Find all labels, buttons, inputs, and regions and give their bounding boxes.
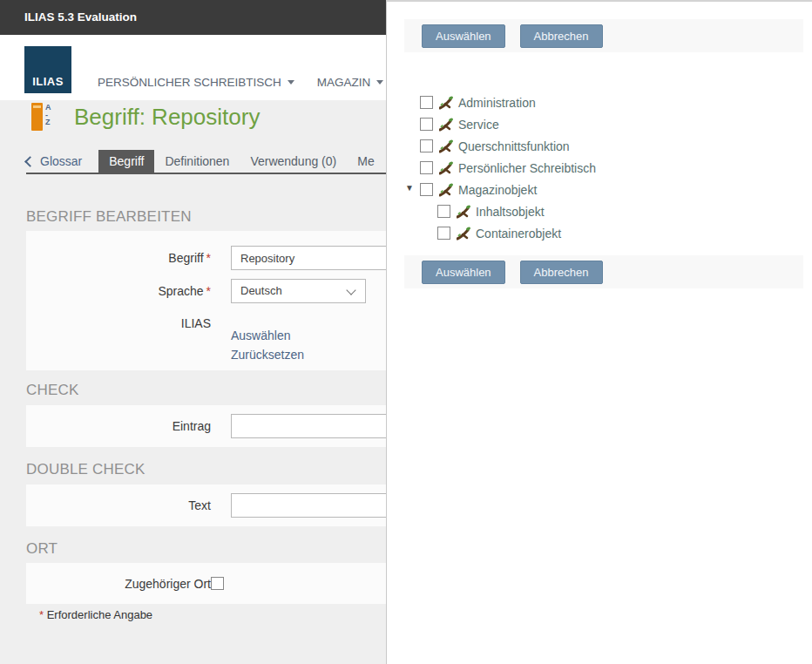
inhaltsobjekt-checkbox[interactable] [437, 205, 450, 218]
nav-personal-desktop[interactable]: PERSÖNLICHER SCHREIBTISCH [98, 76, 294, 89]
text-label: Text [26, 498, 211, 512]
repository-picker-overlay: Auswählen Abbrechen Administration Servi… [386, 0, 812, 664]
sprache-selected-value: Deutsch [240, 284, 282, 297]
tab-metadaten[interactable]: Me [347, 150, 384, 173]
tab-verwendung[interactable]: Verwendung (0) [240, 150, 347, 173]
taxonomy-branch-icon [457, 227, 470, 241]
back-link-label: Glossar [40, 154, 82, 168]
tree-row-administration: Administration [404, 91, 788, 113]
section-title-begriff-bearbeiten: BEGRIFF BEARBEITEN [26, 208, 192, 226]
taxonomy-branch-icon [439, 139, 453, 153]
taxonomy-branch-icon [439, 96, 453, 110]
tree-row-service: Service [404, 113, 788, 135]
zuruecksetzen-link[interactable]: Zurücksetzen [231, 348, 304, 362]
begriff-input[interactable] [231, 246, 406, 270]
chevron-down-icon [346, 285, 355, 295]
overlay-toolbar-bottom: Auswählen Abbrechen [404, 255, 803, 288]
chevron-left-icon [24, 156, 36, 167]
az-icon-text: A - Z [45, 104, 51, 126]
tree-row-persoenlicher-schreibtisch: Persönlicher Schreibtisch [404, 157, 788, 179]
page-title: Begriff: Repository [74, 104, 260, 131]
chevron-down-icon [376, 80, 383, 85]
repository-tree: Administration Service Querschnittsfunkt… [404, 91, 788, 244]
required-marker: * [39, 608, 44, 621]
eintrag-input[interactable] [231, 414, 406, 438]
ilias-logo[interactable]: ILIAS [24, 46, 71, 93]
tree-row-querschnittsfunktion: Querschnittsfunktion [404, 135, 788, 157]
tree-node-label[interactable]: Administration [458, 96, 536, 110]
tab-begriff[interactable]: Begriff [98, 150, 154, 173]
section-title-double-check: DOUBLE CHECK [26, 461, 145, 478]
tree-row-containerobjekt: Containerobjekt [404, 222, 788, 244]
auswaehlen-link[interactable]: Auswählen [231, 329, 304, 342]
nav-magazin[interactable]: MAGAZIN [317, 76, 384, 89]
tree-row-inhaltsobjekt: Inhaltsobjekt [404, 200, 788, 222]
zugehoeriger-ort-checkbox[interactable] [211, 577, 224, 590]
tree-node-label[interactable]: Magazinobjekt [458, 183, 537, 197]
abbrechen-button-top[interactable]: Abbrechen [520, 24, 603, 48]
tree-node-label[interactable]: Service [458, 118, 499, 132]
window-title: ILIAS 5.3 Evaluation [24, 0, 137, 35]
taxonomy-branch-icon [439, 161, 453, 175]
overlay-toolbar-top: Auswählen Abbrechen [404, 19, 803, 52]
tree-row-magazinobjekt: ▼ Magazinobjekt [404, 179, 788, 200]
service-checkbox[interactable] [420, 118, 433, 131]
back-to-glossar-link[interactable]: Glossar [26, 154, 82, 168]
abbrechen-button-bottom[interactable]: Abbrechen [520, 261, 603, 284]
eintrag-label: Eintrag [26, 419, 211, 433]
auswaehlen-button-bottom[interactable]: Auswählen [422, 261, 505, 284]
taxonomy-branch-icon [439, 118, 453, 132]
containerobjekt-checkbox[interactable] [437, 227, 450, 240]
taxonomy-branch-icon [439, 183, 453, 197]
text-input[interactable] [231, 493, 406, 518]
administration-checkbox[interactable] [420, 96, 433, 109]
querschnittsfunktion-checkbox[interactable] [420, 139, 433, 152]
nav-label: MAGAZIN [317, 76, 371, 89]
collapse-expander-icon[interactable]: ▼ [405, 183, 414, 193]
auswaehlen-button-top[interactable]: Auswählen [422, 24, 505, 48]
section-title-check: CHECK [26, 382, 79, 399]
taxonomy-branch-icon [457, 205, 470, 219]
ilias-links: Auswählen Zurücksetzen [231, 315, 304, 362]
sprache-label: Sprache* [26, 284, 211, 298]
chevron-down-icon [288, 80, 294, 85]
required-marker: * [206, 251, 211, 265]
magazinobjekt-checkbox[interactable] [420, 183, 433, 196]
tree-node-label[interactable]: Containerobjekt [476, 227, 561, 241]
tree-node-label[interactable]: Persönlicher Schreibtisch [458, 161, 596, 175]
main-nav: PERSÖNLICHER SCHREIBTISCH MAGAZIN [98, 76, 383, 89]
required-note-text: Erforderliche Angabe [47, 608, 152, 621]
begriff-label: Begriff* [26, 251, 211, 265]
glossary-term-icon: A - Z [31, 103, 51, 131]
book-spine-icon [31, 103, 43, 131]
sprache-select[interactable]: Deutsch [231, 279, 366, 303]
zugehoeriger-ort-label: Zugehöriger Ort [26, 577, 211, 591]
nav-label: PERSÖNLICHER SCHREIBTISCH [98, 76, 281, 89]
required-marker: * [206, 284, 211, 298]
persoenlicher-schreibtisch-checkbox[interactable] [420, 161, 433, 174]
tree-node-label[interactable]: Inhaltsobjekt [476, 205, 545, 219]
required-note: * Erforderliche Angabe [39, 608, 152, 621]
page-root: ILIAS 5.3 Evaluation ILIAS PERSÖNLICHER … [0, 0, 812, 664]
section-title-ort: ORT [26, 540, 58, 558]
tree-node-label[interactable]: Querschnittsfunktion [458, 139, 570, 153]
tab-definitionen[interactable]: Definitionen [154, 150, 240, 173]
logo-text: ILIAS [32, 75, 64, 93]
ilias-label: ILIAS [26, 315, 211, 330]
